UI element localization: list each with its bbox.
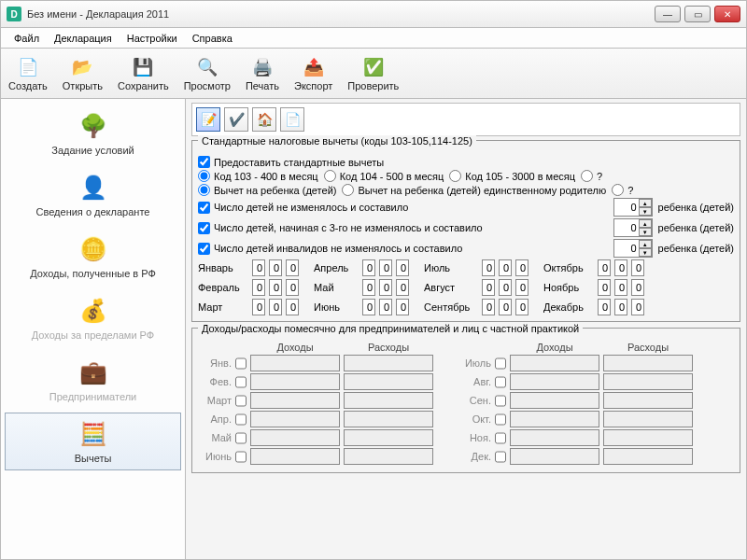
print-button[interactable]: 🖨️Печать — [246, 56, 279, 91]
expense-may[interactable] — [344, 429, 433, 446]
save-button[interactable]: 💾Сохранить — [118, 56, 169, 91]
group2-legend: Доходы/расходы помесячно для предпринима… — [198, 323, 583, 334]
chk-may[interactable] — [235, 432, 247, 444]
menubar: Файл Декларация Настройки Справка — [0, 28, 747, 49]
income-row: Апр.Окт. — [198, 411, 734, 427]
expense-feb[interactable] — [344, 373, 433, 390]
radio-code104[interactable]: Код 104 - 500 в месяц — [324, 170, 444, 182]
expense-jun[interactable] — [344, 448, 433, 465]
spin-children[interactable]: ▲▼ — [613, 198, 653, 217]
preview-button[interactable]: 🔍Просмотр — [184, 56, 231, 91]
spin-from3[interactable]: ▲▼ — [613, 218, 653, 237]
chk-apr[interactable] — [235, 413, 247, 426]
expense-mar[interactable] — [344, 392, 433, 409]
income-sep[interactable] — [510, 392, 599, 409]
sidebar-item-income-rf[interactable]: 🪙Доходы, полученные в РФ — [5, 228, 181, 286]
group1-legend: Стандартные налоговые вычеты (коды 103-1… — [198, 135, 476, 147]
income-row: МайНоя. — [198, 429, 734, 446]
window-title: Без имени - Декларация 2011 — [27, 8, 655, 20]
income-may[interactable] — [250, 429, 340, 446]
income-jul[interactable] — [510, 355, 599, 371]
income-jun[interactable] — [250, 448, 340, 465]
minimize-button[interactable]: — — [655, 6, 681, 22]
chk-dec[interactable] — [495, 451, 506, 463]
radio-child2[interactable]: Вычет на ребенка (детей) единственному р… — [342, 184, 606, 196]
radio-code103[interactable]: Код 103 - 400 в месяц — [198, 170, 318, 182]
group-income-expense: Доходы/расходы помесячно для предпринима… — [191, 328, 740, 473]
income-row: Фев.Авг. — [198, 373, 734, 390]
income-dec[interactable] — [510, 448, 599, 465]
income-row: Янв.Июль — [198, 355, 734, 371]
expense-sep[interactable] — [603, 392, 693, 409]
radio-code-q1[interactable]: ? — [581, 170, 602, 182]
sidebar: 🌳Задание условий 👤Сведения о декларанте … — [1, 99, 186, 559]
chk-jan[interactable] — [235, 357, 247, 370]
chk-disabled-count[interactable]: Число детей инвалидов не изменялось и со… — [198, 243, 462, 255]
group-standard-deductions: Стандартные налоговые вычеты (коды 103-1… — [191, 140, 740, 322]
save-icon: 💾 — [132, 56, 154, 78]
open-button[interactable]: 📂Открыть — [63, 56, 103, 91]
sidebar-item-conditions[interactable]: 🌳Задание условий — [5, 105, 181, 162]
radio-code105[interactable]: Код 105 - 3000 в месяц — [449, 170, 575, 182]
sidebar-item-declarant[interactable]: 👤Сведения о декларанте — [5, 166, 181, 224]
check-icon: ✅ — [362, 56, 385, 78]
chk-oct[interactable] — [495, 413, 506, 426]
coins-icon: 🪙 — [78, 234, 108, 264]
chk-aug[interactable] — [495, 376, 506, 388]
menu-help[interactable]: Справка — [187, 31, 238, 46]
expense-aug[interactable] — [603, 373, 693, 390]
radio-child-q[interactable]: ? — [612, 184, 633, 196]
money-bag-icon: 💰 — [78, 296, 108, 326]
tab-icons: 📝 ✔️ 🏠 📄 — [191, 103, 740, 136]
chk-mar[interactable] — [235, 395, 247, 407]
chk-from3-count[interactable]: Число детей, начиная с 3-го не изменялос… — [198, 222, 483, 234]
sidebar-item-income-abroad[interactable]: 💰Доходы за пределами РФ — [5, 289, 181, 347]
create-button[interactable]: 📄Создать — [8, 56, 48, 91]
spin-up-icon[interactable]: ▲ — [639, 199, 652, 207]
tab-check-icon[interactable]: ✔️ — [224, 107, 248, 132]
chk-feb[interactable] — [235, 376, 247, 388]
chk-jul[interactable] — [495, 357, 506, 370]
expense-apr[interactable] — [344, 411, 433, 427]
sidebar-item-entrepreneur[interactable]: 💼Предприниматели — [5, 351, 181, 409]
income-aug[interactable] — [510, 373, 599, 390]
titlebar: D Без имени - Декларация 2011 — ▭ ✕ — [0, 0, 747, 28]
expense-jul[interactable] — [603, 355, 693, 371]
income-feb[interactable] — [250, 373, 340, 390]
expense-nov[interactable] — [603, 429, 693, 446]
income-row: ИюньДек. — [198, 448, 734, 465]
menu-declaration[interactable]: Декларация — [49, 31, 118, 46]
spin-down-icon[interactable]: ▼ — [639, 207, 652, 216]
income-header: ДоходыРасходы ДоходыРасходы — [198, 342, 734, 353]
income-apr[interactable] — [250, 411, 340, 427]
maximize-button[interactable]: ▭ — [684, 6, 711, 22]
expense-jan[interactable] — [344, 355, 433, 371]
preview-icon: 🔍 — [196, 56, 218, 78]
sidebar-item-deductions[interactable]: 🧮Вычеты — [5, 413, 181, 470]
expense-dec[interactable] — [603, 448, 693, 465]
close-button[interactable]: ✕ — [714, 6, 740, 22]
calculator-icon: 🧮 — [78, 419, 108, 449]
chk-provide[interactable]: Предоставить стандартные вычеты — [198, 156, 384, 168]
tab-standard-icon[interactable]: 📝 — [196, 107, 220, 132]
tab-doc-icon[interactable]: 📄 — [280, 107, 304, 132]
radio-child1[interactable]: Вычет на ребенка (детей) — [198, 184, 336, 196]
income-jan[interactable] — [250, 355, 340, 371]
chk-children-count[interactable]: Число детей не изменялось и составило — [198, 202, 408, 214]
check-button[interactable]: ✅Проверить — [347, 56, 399, 91]
window-buttons: — ▭ ✕ — [655, 6, 740, 22]
print-icon: 🖨️ — [251, 56, 274, 78]
menu-file[interactable]: Файл — [8, 31, 45, 46]
income-mar[interactable] — [250, 392, 340, 409]
jan-1[interactable] — [252, 259, 265, 276]
chk-nov[interactable] — [495, 432, 506, 444]
spin-disabled[interactable]: ▲▼ — [613, 239, 653, 258]
menu-settings[interactable]: Настройки — [121, 31, 183, 46]
export-button[interactable]: 📤Экспорт — [294, 56, 332, 91]
chk-sep[interactable] — [495, 395, 506, 407]
income-oct[interactable] — [510, 411, 599, 427]
tab-home-icon[interactable]: 🏠 — [252, 107, 276, 132]
expense-oct[interactable] — [603, 411, 693, 427]
income-nov[interactable] — [510, 429, 599, 446]
chk-jun[interactable] — [235, 451, 247, 463]
